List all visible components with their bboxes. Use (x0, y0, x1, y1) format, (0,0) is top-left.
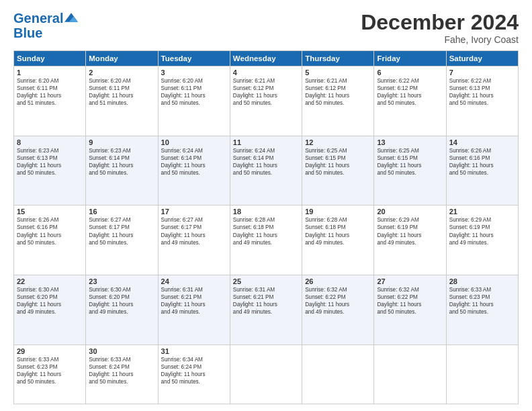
cell-content: Sunrise: 6:20 AM Sunset: 6:11 PM Dayligh… (17, 77, 83, 107)
day-number: 10 (161, 138, 227, 146)
calendar-cell: 7Sunrise: 6:22 AM Sunset: 6:13 PM Daylig… (446, 66, 518, 136)
calendar-cell: 15Sunrise: 6:26 AM Sunset: 6:16 PM Dayli… (14, 205, 86, 275)
cell-content: Sunrise: 6:28 AM Sunset: 6:18 PM Dayligh… (305, 216, 371, 246)
day-number: 20 (377, 208, 443, 216)
cell-content: Sunrise: 6:25 AM Sunset: 6:15 PM Dayligh… (305, 147, 371, 177)
calendar-cell: 18Sunrise: 6:28 AM Sunset: 6:18 PM Dayli… (230, 205, 302, 275)
day-number: 23 (89, 277, 154, 285)
calendar-cell: 16Sunrise: 6:27 AM Sunset: 6:17 PM Dayli… (86, 205, 158, 275)
cell-content: Sunrise: 6:23 AM Sunset: 6:14 PM Dayligh… (89, 147, 154, 177)
cell-content: Sunrise: 6:25 AM Sunset: 6:15 PM Dayligh… (377, 147, 443, 177)
cell-content: Sunrise: 6:22 AM Sunset: 6:13 PM Dayligh… (449, 77, 515, 107)
weekday-header: Friday (374, 51, 446, 66)
cell-content: Sunrise: 6:33 AM Sunset: 6:23 PM Dayligh… (17, 356, 83, 385)
day-number: 27 (377, 277, 443, 285)
day-number: 13 (377, 138, 443, 146)
calendar-week-row: 1Sunrise: 6:20 AM Sunset: 6:11 PM Daylig… (14, 66, 519, 136)
calendar-week-row: 15Sunrise: 6:26 AM Sunset: 6:16 PM Dayli… (14, 205, 519, 275)
calendar-cell: 23Sunrise: 6:30 AM Sunset: 6:20 PM Dayli… (86, 275, 158, 345)
cell-content: Sunrise: 6:32 AM Sunset: 6:22 PM Dayligh… (377, 286, 443, 316)
cell-content: Sunrise: 6:29 AM Sunset: 6:19 PM Dayligh… (449, 216, 515, 246)
cell-content: Sunrise: 6:32 AM Sunset: 6:22 PM Dayligh… (305, 286, 371, 316)
calendar-cell: 22Sunrise: 6:30 AM Sunset: 6:20 PM Dayli… (14, 275, 86, 345)
day-number: 1 (17, 68, 83, 77)
cell-content: Sunrise: 6:24 AM Sunset: 6:14 PM Dayligh… (233, 147, 299, 177)
calendar-cell: 4Sunrise: 6:21 AM Sunset: 6:12 PM Daylig… (230, 66, 302, 136)
day-number: 24 (161, 277, 227, 285)
weekday-header: Sunday (14, 51, 86, 66)
day-number: 25 (233, 277, 299, 285)
calendar-cell: 6Sunrise: 6:22 AM Sunset: 6:12 PM Daylig… (374, 66, 446, 136)
calendar-cell: 27Sunrise: 6:32 AM Sunset: 6:22 PM Dayli… (374, 275, 446, 345)
calendar-cell: 26Sunrise: 6:32 AM Sunset: 6:22 PM Dayli… (302, 275, 374, 345)
calendar-cell: 20Sunrise: 6:29 AM Sunset: 6:19 PM Dayli… (374, 205, 446, 275)
day-number: 2 (89, 68, 154, 77)
cell-content: Sunrise: 6:27 AM Sunset: 6:17 PM Dayligh… (161, 216, 227, 246)
day-number: 14 (449, 138, 515, 146)
cell-content: Sunrise: 6:24 AM Sunset: 6:14 PM Dayligh… (161, 147, 227, 177)
cell-content: Sunrise: 6:20 AM Sunset: 6:11 PM Dayligh… (161, 77, 227, 107)
day-number: 22 (17, 277, 83, 285)
weekday-header: Tuesday (158, 51, 230, 66)
calendar-cell: 19Sunrise: 6:28 AM Sunset: 6:18 PM Dayli… (302, 205, 374, 275)
cell-content: Sunrise: 6:30 AM Sunset: 6:20 PM Dayligh… (17, 286, 83, 316)
day-number: 3 (161, 68, 227, 77)
day-number: 29 (17, 347, 83, 355)
cell-content: Sunrise: 6:23 AM Sunset: 6:13 PM Dayligh… (17, 147, 83, 177)
calendar-cell (446, 345, 518, 404)
day-number: 12 (305, 138, 371, 146)
weekday-header: Monday (86, 51, 158, 66)
calendar-cell: 25Sunrise: 6:31 AM Sunset: 6:21 PM Dayli… (230, 275, 302, 345)
calendar-cell: 2Sunrise: 6:20 AM Sunset: 6:11 PM Daylig… (86, 66, 158, 136)
day-number: 8 (17, 138, 83, 146)
day-number: 5 (305, 68, 371, 77)
calendar-cell: 17Sunrise: 6:27 AM Sunset: 6:17 PM Dayli… (158, 205, 230, 275)
day-number: 16 (89, 208, 154, 216)
title-block: December 2024 Fahe, Ivory Coast (361, 11, 519, 45)
cell-content: Sunrise: 6:21 AM Sunset: 6:12 PM Dayligh… (233, 77, 299, 107)
calendar-cell: 10Sunrise: 6:24 AM Sunset: 6:14 PM Dayli… (158, 136, 230, 205)
cell-content: Sunrise: 6:29 AM Sunset: 6:19 PM Dayligh… (377, 216, 443, 246)
cell-content: Sunrise: 6:22 AM Sunset: 6:12 PM Dayligh… (377, 77, 443, 107)
day-number: 19 (305, 208, 371, 216)
calendar-cell: 3Sunrise: 6:20 AM Sunset: 6:11 PM Daylig… (158, 66, 230, 136)
cell-content: Sunrise: 6:20 AM Sunset: 6:11 PM Dayligh… (89, 77, 154, 107)
logo-text: General (13, 11, 63, 26)
day-number: 4 (233, 68, 299, 77)
day-number: 28 (449, 277, 515, 285)
calendar-cell (230, 345, 302, 404)
cell-content: Sunrise: 6:28 AM Sunset: 6:18 PM Dayligh… (233, 216, 299, 246)
cell-content: Sunrise: 6:30 AM Sunset: 6:20 PM Dayligh… (89, 286, 154, 316)
day-number: 6 (377, 68, 443, 77)
calendar-cell: 14Sunrise: 6:26 AM Sunset: 6:16 PM Dayli… (446, 136, 518, 205)
calendar-week-row: 8Sunrise: 6:23 AM Sunset: 6:13 PM Daylig… (14, 136, 519, 205)
calendar: SundayMondayTuesdayWednesdayThursdayFrid… (13, 50, 519, 404)
calendar-cell: 12Sunrise: 6:25 AM Sunset: 6:15 PM Dayli… (302, 136, 374, 205)
calendar-cell: 29Sunrise: 6:33 AM Sunset: 6:23 PM Dayli… (14, 345, 86, 404)
location: Fahe, Ivory Coast (361, 34, 519, 45)
cell-content: Sunrise: 6:34 AM Sunset: 6:24 PM Dayligh… (161, 356, 227, 385)
calendar-cell: 24Sunrise: 6:31 AM Sunset: 6:21 PM Dayli… (158, 275, 230, 345)
calendar-cell: 31Sunrise: 6:34 AM Sunset: 6:24 PM Dayli… (158, 345, 230, 404)
cell-content: Sunrise: 6:26 AM Sunset: 6:16 PM Dayligh… (449, 147, 515, 177)
calendar-cell (374, 345, 446, 404)
day-number: 7 (449, 68, 515, 77)
weekday-header: Wednesday (230, 51, 302, 66)
cell-content: Sunrise: 6:33 AM Sunset: 6:23 PM Dayligh… (449, 286, 515, 316)
calendar-cell: 30Sunrise: 6:33 AM Sunset: 6:24 PM Dayli… (86, 345, 158, 404)
calendar-cell: 13Sunrise: 6:25 AM Sunset: 6:15 PM Dayli… (374, 136, 446, 205)
day-number: 17 (161, 208, 227, 216)
page: General Blue December 2024 Fahe, Ivory C… (0, 0, 532, 411)
day-number: 9 (89, 138, 154, 146)
weekday-header: Thursday (302, 51, 374, 66)
cell-content: Sunrise: 6:21 AM Sunset: 6:12 PM Dayligh… (305, 77, 371, 107)
calendar-cell: 5Sunrise: 6:21 AM Sunset: 6:12 PM Daylig… (302, 66, 374, 136)
calendar-cell (302, 345, 374, 404)
calendar-cell: 28Sunrise: 6:33 AM Sunset: 6:23 PM Dayli… (446, 275, 518, 345)
header: General Blue December 2024 Fahe, Ivory C… (13, 11, 519, 45)
day-number: 30 (89, 347, 154, 355)
logo-icon (64, 13, 78, 22)
calendar-header-row: SundayMondayTuesdayWednesdayThursdayFrid… (14, 51, 519, 66)
weekday-header: Saturday (446, 51, 518, 66)
cell-content: Sunrise: 6:33 AM Sunset: 6:24 PM Dayligh… (89, 356, 154, 385)
